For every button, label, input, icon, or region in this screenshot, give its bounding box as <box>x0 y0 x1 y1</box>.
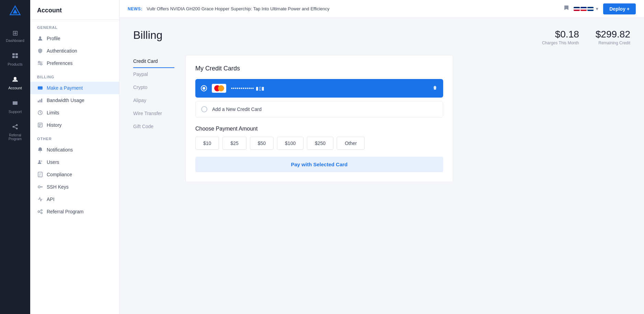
shield-icon <box>37 48 43 54</box>
nav-label-referral: ReferralProgram <box>9 133 22 141</box>
svg-line-35 <box>39 212 41 213</box>
tab-alipay[interactable]: Alipay <box>133 94 174 107</box>
sidebar-item-api[interactable]: API <box>30 193 119 205</box>
sidebar-item-limits[interactable]: Limits <box>30 106 119 119</box>
sidebar-label-compliance: Compliance <box>47 172 72 177</box>
svg-point-32 <box>41 210 42 211</box>
sidebar-label-users: Users <box>47 159 59 165</box>
dashboard-icon: ⊞ <box>12 29 18 37</box>
svg-rect-26 <box>39 126 40 127</box>
tab-credit-card[interactable]: Credit Card <box>133 55 174 68</box>
sidebar-label-ssh-keys: SSH Keys <box>47 184 69 190</box>
sidebar-label-bandwidth: Bandwidth Usage <box>47 98 84 103</box>
news-text: Vultr Offers NVIDIA GH200 Grace Hopper S… <box>147 6 559 11</box>
nav-item-account[interactable]: Account <box>2 72 28 94</box>
topbar-right: ▼ Deploy + <box>563 3 636 14</box>
svg-rect-5 <box>15 56 18 58</box>
nav-label-support: Support <box>9 110 22 114</box>
delete-card-icon[interactable] <box>432 85 438 92</box>
news-label: NEWS: <box>128 7 142 11</box>
svg-point-9 <box>16 128 18 130</box>
svg-point-27 <box>39 160 41 162</box>
svg-point-33 <box>41 212 42 214</box>
nav-dark: ⊞ Dashboard Products Account <box>0 0 30 314</box>
ssh-icon <box>37 184 43 190</box>
svg-point-7 <box>13 126 14 128</box>
tab-paypal[interactable]: Paypal <box>133 68 174 81</box>
page-header: Billing $0.18 Charges This Month $299.82… <box>133 29 630 45</box>
person-icon <box>37 35 43 42</box>
sidebar-item-make-payment[interactable]: Make a Payment <box>30 82 119 94</box>
nav-item-dashboard[interactable]: ⊞ Dashboard <box>2 25 28 47</box>
credit-label: Remaining Credit <box>596 41 630 45</box>
sidebar-item-compliance[interactable]: Compliance <box>30 168 119 181</box>
support-icon <box>12 100 19 108</box>
history-icon <box>37 122 43 128</box>
add-new-card-row[interactable]: Add a New Credit Card <box>195 101 443 117</box>
sidebar-item-preferences[interactable]: Preferences <box>30 57 119 69</box>
tab-wire-transfer[interactable]: Wire Transfer <box>133 107 174 120</box>
nav-item-products[interactable]: Products <box>2 48 28 70</box>
svg-point-6 <box>14 77 16 80</box>
svg-line-34 <box>39 211 41 211</box>
sidebar-item-referral-program[interactable]: Referral Program <box>30 205 119 218</box>
pay-button[interactable]: Pay with Selected Card <box>195 157 443 172</box>
amount-btn-other[interactable]: Other <box>337 137 365 150</box>
billing-layout: Credit Card Paypal Crypto Alipay Wire Tr… <box>133 55 630 182</box>
add-card-radio <box>201 106 207 112</box>
flag-group[interactable]: ▼ <box>574 7 599 11</box>
svg-rect-2 <box>12 53 15 55</box>
svg-rect-25 <box>39 125 41 126</box>
sidebar-label-history: History <box>47 122 62 128</box>
deploy-button[interactable]: Deploy + <box>603 3 636 14</box>
sidebar: Account GENERAL Profile Authentication P… <box>30 0 119 314</box>
credit-amount: $299.82 <box>596 29 630 40</box>
charges-amount: $0.18 <box>542 29 579 40</box>
sidebar-item-profile[interactable]: Profile <box>30 32 119 45</box>
tab-gift-code[interactable]: Gift Code <box>133 120 174 133</box>
bookmark-icon[interactable] <box>563 5 570 13</box>
sidebar-label-limits: Limits <box>47 110 59 115</box>
sidebar-item-bandwidth[interactable]: Bandwidth Usage <box>30 94 119 106</box>
page-content: Billing $0.18 Charges This Month $299.82… <box>119 18 644 314</box>
charges-stat: $0.18 Charges This Month <box>542 29 579 45</box>
billing-tabs: Credit Card Paypal Crypto Alipay Wire Tr… <box>133 55 174 182</box>
sidebar-item-ssh-keys[interactable]: SSH Keys <box>30 181 119 193</box>
sidebar-item-authentication[interactable]: Authentication <box>30 45 119 57</box>
page-title: Billing <box>133 29 162 42</box>
nav-label-account: Account <box>8 86 22 90</box>
nav-label-dashboard: Dashboard <box>6 38 24 43</box>
main-area: NEWS: Vultr Offers NVIDIA GH200 Grace Ho… <box>119 0 644 314</box>
amount-btn-250[interactable]: $250 <box>307 137 333 150</box>
mastercard-logo <box>212 84 226 93</box>
account-icon <box>12 76 19 85</box>
credit-card-row-1[interactable]: •••••••••••• ▮▯▮ <box>195 79 443 98</box>
card-number: •••••••••••• ▮▯▮ <box>231 86 427 91</box>
tab-crypto[interactable]: Crypto <box>133 81 174 94</box>
sidebar-title: Account <box>30 0 119 20</box>
svg-point-12 <box>39 36 41 38</box>
card-radio-1 <box>201 85 207 91</box>
sidebar-section-other: OTHER <box>30 131 119 144</box>
referral-icon <box>12 123 19 132</box>
sliders-icon <box>37 60 43 66</box>
svg-line-11 <box>14 127 16 128</box>
logo <box>8 4 22 18</box>
amount-btn-25[interactable]: $25 <box>222 137 246 150</box>
amount-btn-50[interactable]: $50 <box>250 137 274 150</box>
limits-icon <box>37 110 43 116</box>
sidebar-label-preferences: Preferences <box>47 60 72 66</box>
sidebar-item-history[interactable]: History <box>30 119 119 131</box>
svg-line-10 <box>14 125 16 126</box>
sidebar-item-users[interactable]: Users <box>30 156 119 168</box>
sidebar-item-notifications[interactable]: Notifications <box>30 144 119 156</box>
nav-item-support[interactable]: Support <box>2 96 28 118</box>
card-panel-title: My Credit Cards <box>195 65 443 72</box>
svg-rect-21 <box>41 99 42 102</box>
amount-btn-100[interactable]: $100 <box>277 137 303 150</box>
nav-item-referral[interactable]: ReferralProgram <box>2 119 28 145</box>
svg-rect-19 <box>38 101 39 102</box>
amount-btn-10[interactable]: $10 <box>195 137 219 150</box>
sidebar-label-notifications: Notifications <box>47 147 73 153</box>
credit-stat: $299.82 Remaining Credit <box>596 29 630 45</box>
